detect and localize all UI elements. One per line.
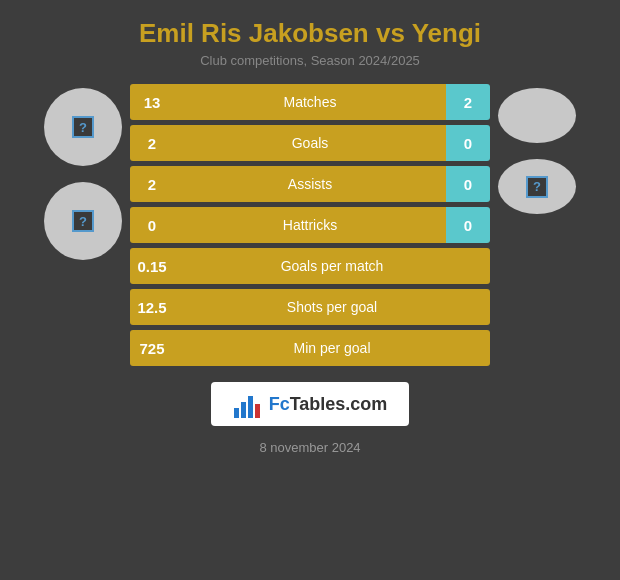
stat-row-assists: 2 Assists 0 [130,166,490,202]
stat-row-goals-per-match: 0.15 Goals per match [130,248,490,284]
stats-area: ? ? 13 Matches 2 2 Goals 0 2 Ass [0,84,620,366]
bar-chart-icon [233,390,261,418]
stat-label-min-per-goal: Min per goal [174,330,490,366]
date-label: 8 november 2024 [259,440,360,455]
left-avatar-question-bottom: ? [72,210,94,232]
stat-row-goals: 2 Goals 0 [130,125,490,161]
stat-right-goals: 0 [446,125,490,161]
stat-label-assists: Assists [174,166,446,202]
stat-label-shots-per-goal: Shots per goal [174,289,490,325]
subtitle: Club competitions, Season 2024/2025 [200,53,420,68]
left-avatars: ? ? [44,88,122,260]
stat-right-hattricks: 0 [446,207,490,243]
stat-right-assists: 0 [446,166,490,202]
logo-box: FcTables.com [211,382,410,426]
stat-left-goals-per-match: 0.15 [130,248,174,284]
stat-label-goals: Goals [174,125,446,161]
stat-row-matches: 13 Matches 2 [130,84,490,120]
page-title: Emil Ris Jakobsen vs Yengi [139,18,481,49]
right-avatar-question: ? [526,176,548,198]
main-container: Emil Ris Jakobsen vs Yengi Club competit… [0,0,620,580]
left-avatar-top: ? [44,88,122,166]
right-avatars: ? [498,88,576,214]
stat-row-min-per-goal: 725 Min per goal [130,330,490,366]
stat-row-hattricks: 0 Hattricks 0 [130,207,490,243]
stat-left-min-per-goal: 725 [130,330,174,366]
right-avatar-bottom: ? [498,159,576,214]
stat-left-hattricks: 0 [130,207,174,243]
right-avatar-top [498,88,576,143]
left-avatar-bottom: ? [44,182,122,260]
left-avatar-question-top: ? [72,116,94,138]
stat-left-goals: 2 [130,125,174,161]
stat-label-goals-per-match: Goals per match [174,248,490,284]
stat-left-matches: 13 [130,84,174,120]
stats-rows: 13 Matches 2 2 Goals 0 2 Assists 0 0 Hat… [130,84,490,366]
logo-area: FcTables.com [211,382,410,426]
logo-text: FcTables.com [269,394,388,415]
stat-label-matches: Matches [174,84,446,120]
stat-left-shots-per-goal: 12.5 [130,289,174,325]
stat-row-shots-per-goal: 12.5 Shots per goal [130,289,490,325]
stat-right-matches: 2 [446,84,490,120]
stat-label-hattricks: Hattricks [174,207,446,243]
stat-left-assists: 2 [130,166,174,202]
